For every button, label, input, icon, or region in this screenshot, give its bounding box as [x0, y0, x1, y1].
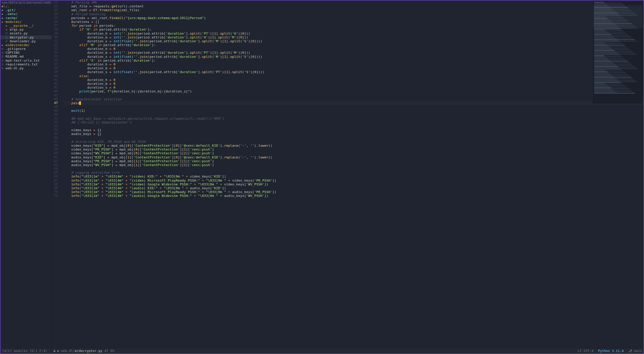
- tree-item-modules-[interactable]: ▸ modules/: [1, 20, 52, 24]
- code-line[interactable]: info("\033[1m" + "\033[4m" + "(audio) Mi…: [63, 190, 643, 194]
- tree-item---[interactable]: ▸ ..: [1, 4, 52, 8]
- tree-item--gitignore[interactable]: ≡ .gitignore: [1, 47, 52, 51]
- code-line[interactable]: [63, 93, 643, 97]
- code-line[interactable]: # AdaptationSet selection: [63, 97, 643, 101]
- line-number: 52: [52, 120, 58, 124]
- line-number: 67: [52, 179, 58, 182]
- tree-icon: ≡: [2, 62, 4, 66]
- tree-item-README-md[interactable]: ≡ README.md: [1, 55, 52, 58]
- minimap[interactable]: [593, 2, 642, 103]
- code-line[interactable]: xml_root = ET.fromstring(xml_file): [63, 8, 643, 12]
- tree-item--git-[interactable]: ▸ .git/: [1, 8, 52, 12]
- code-line[interactable]: durations = []: [63, 20, 643, 24]
- tree-item-label: .gitignore: [6, 47, 26, 51]
- line-number: 61: [52, 155, 58, 159]
- code-line[interactable]: duration_m = 0: [63, 66, 643, 70]
- code-line[interactable]: [63, 167, 643, 171]
- line-number: 68: [52, 182, 58, 186]
- code-line[interactable]: if 'H' in period.attrib['duration']:: [63, 28, 643, 31]
- code-line[interactable]: duration_s = 0: [63, 86, 643, 89]
- code-line[interactable]: info("\033[1m" + "\033[4m" + "(video) Mi…: [63, 179, 643, 182]
- line-number-gutter: 2122232425262728293031323334353637383940…: [52, 1, 59, 348]
- code-line[interactable]: ## ['Period']['AdaptationSet']: [63, 120, 643, 124]
- code-line[interactable]: video_keys["PR_PSSH"] = mpd_obj[0]['Cont…: [63, 147, 643, 151]
- tree-item-label: .git/: [6, 8, 16, 12]
- code-line[interactable]: duration_m = 0: [63, 82, 643, 86]
- code-line[interactable]: ## mpd_obj_base = xmltodict.parse(urllib…: [63, 117, 643, 120]
- code-line[interactable]: [63, 124, 643, 128]
- tree-item-label: args.py: [10, 28, 24, 31]
- line-number: 46: [52, 97, 58, 101]
- line-number: 29: [52, 32, 58, 35]
- code-line[interactable]: # Logging extracted info: [63, 171, 643, 174]
- code-line[interactable]: [63, 113, 643, 116]
- code-line[interactable]: video_keys["KID"] = mpd_obj[0]['ContentP…: [63, 144, 643, 147]
- code-line[interactable]: info("\033[1m" + "\033[4m" + "(audio) Go…: [63, 194, 643, 198]
- line-number: 35: [52, 55, 58, 59]
- status-filetype: Python 3.11.4: [598, 348, 624, 354]
- tree-item--venv-[interactable]: ▸ .venv/: [1, 12, 52, 16]
- code-line[interactable]: else:: [63, 74, 643, 78]
- tree-item-web-dl-py[interactable]: ≡ web-dl.py: [1, 66, 52, 70]
- code-line[interactable]: duration_s = int(float(''.join(period.at…: [63, 39, 643, 43]
- code-line[interactable]: audio_keys = {}: [63, 132, 643, 136]
- line-number: 71: [52, 194, 58, 198]
- code-line[interactable]: [63, 105, 643, 109]
- code-line[interactable]: duration_h = 0: [63, 47, 643, 51]
- line-number: 64: [52, 167, 58, 171]
- line-number: 45: [52, 93, 58, 97]
- code-line[interactable]: duration_h = int(''.join(period.attrib['…: [63, 32, 643, 35]
- code-line[interactable]: elif 'M' in period.attrib['duration']:: [63, 43, 643, 47]
- code-line[interactable]: audio_keys["WV_PSSH"] = mpd_obj[1]['Cont…: [63, 163, 643, 167]
- tree-item-decryptor-py[interactable]: □ decryptor.py: [1, 35, 52, 39]
- code-line[interactable]: # Extracting KID, PR_PSSH and WV_PSSH: [63, 140, 643, 144]
- tree-item-mpd-test-urls-txt[interactable]: ≡ mpd-test-urls.txt: [1, 59, 52, 62]
- tree-item-assets-py[interactable]: ≡ assets.py: [1, 31, 52, 35]
- tree-item---pycache---[interactable]: ▸ __pycache__/: [1, 24, 52, 28]
- code-line[interactable]: exit(1): [63, 109, 643, 113]
- code-line[interactable]: info("\033[1m" + "\033[4m" + "(video) Go…: [63, 182, 643, 186]
- code-line[interactable]: xml_file = requests.get(url).content: [63, 4, 643, 8]
- code-line[interactable]: # Period handling: [63, 12, 643, 16]
- code-line[interactable]: periods = xml_root.findall("{urn:mpeg:da…: [63, 16, 643, 20]
- code-line[interactable]: duration_h = 0: [63, 62, 643, 66]
- line-number: 23: [52, 8, 58, 12]
- tree-item-widevinecdm-[interactable]: ▸ widevinecdm/: [1, 43, 52, 47]
- tree-icon: ▸: [2, 8, 4, 12]
- file-tree[interactable]: <as/data/git/personal/web-dl/ ▸ ..▸ .git…: [1, 1, 52, 348]
- code-line[interactable]: info("\033[1m" + "\033[4m" + "(audio) KI…: [63, 186, 643, 190]
- tree-icon: ≡: [6, 39, 8, 43]
- code-line[interactable]: duration_m = int(''.join(period.attrib['…: [63, 51, 643, 55]
- code-line[interactable]: # Parsing XML: [63, 1, 643, 4]
- code-line[interactable]: audio_keys["PR_PSSH"] = mpd_obj[1]['Cont…: [63, 159, 643, 163]
- code-line[interactable]: video_keys["WV_PSSH"] = mpd_obj[0]['Cont…: [63, 151, 643, 155]
- tree-icon: ▸: [2, 4, 4, 8]
- line-number: 31: [52, 39, 58, 43]
- code-line[interactable]: audio_keys["KID"] = mpd_obj[1]['ContentP…: [63, 155, 643, 159]
- tree-item-requirements-txt[interactable]: ≡ requirements.txt: [1, 62, 52, 66]
- line-number: 62: [52, 159, 58, 163]
- tree-icon: ▸: [2, 43, 4, 47]
- tree-item-label: widevinecdm/: [6, 43, 30, 47]
- code-line[interactable]: duration_s = int(float(''.join(period.at…: [63, 70, 643, 74]
- code-line[interactable]: info("\033[1m" + "\033[4m" + "(video) KI…: [63, 174, 643, 178]
- tree-item-cache-[interactable]: ▸ cache/: [1, 16, 52, 20]
- tree-icon: ▸: [6, 24, 8, 28]
- code-line[interactable]: elif 'S' in period.attrib['duration']:: [63, 59, 643, 62]
- code-line[interactable]: duration_m = int(''.join(period.attrib['…: [63, 35, 643, 39]
- line-number: 40: [52, 74, 58, 78]
- modified-dot-icon: ●: [53, 348, 55, 354]
- minimap-viewport[interactable]: [593, 5, 642, 28]
- code-line[interactable]: duration_h = 0: [63, 78, 643, 82]
- code-line[interactable]: duration_s = int(float(''.join(period.at…: [63, 55, 643, 59]
- code-line[interactable]: pass: [63, 101, 643, 105]
- code-line[interactable]: video_keys = {}: [63, 128, 643, 132]
- code-line[interactable]: print(period, f"{duration_h}:{duration_m…: [63, 89, 643, 93]
- tree-item-COPYING[interactable]: ≡ COPYING: [1, 51, 52, 55]
- status-line-number: 47: [104, 348, 108, 354]
- code-line[interactable]: [63, 136, 643, 140]
- code-editor[interactable]: # Parsing XML xml_file = requests.get(ur…: [59, 1, 643, 348]
- tree-item-downloader-py[interactable]: ≡ downloader.py: [1, 39, 52, 43]
- code-line[interactable]: for period in periods:: [63, 24, 643, 28]
- tree-item-args-py[interactable]: ≡ args.py: [1, 28, 52, 31]
